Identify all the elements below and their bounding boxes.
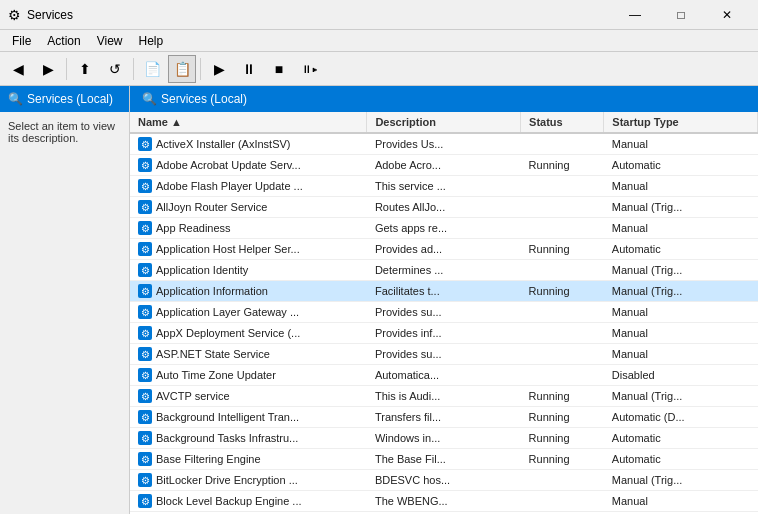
table-row[interactable]: Application Identity Determines ... Manu…: [130, 260, 758, 281]
service-table[interactable]: Name ▲ Description Status Startup Type: [130, 112, 758, 514]
service-status: [521, 470, 604, 491]
service-name: AppX Deployment Service (...: [130, 323, 367, 344]
table-row[interactable]: AVCTP service This is Audi... Running Ma…: [130, 386, 758, 407]
service-startup: Automatic: [604, 155, 758, 176]
service-name: Block Level Backup Engine ...: [130, 491, 367, 512]
toolbar-view1[interactable]: 📄: [138, 55, 166, 83]
service-description: Provides su...: [367, 302, 521, 323]
table-row[interactable]: ASP.NET State Service Provides su... Man…: [130, 344, 758, 365]
service-description: Facilitates t...: [367, 281, 521, 302]
service-icon: [138, 158, 152, 172]
toolbar-start[interactable]: ▶: [205, 55, 233, 83]
toolbar-sep-3: [200, 58, 201, 80]
title-text: Services: [27, 8, 73, 22]
service-icon: [138, 221, 152, 235]
toolbar: ◀ ▶ ⬆ ↺ 📄 📋 ▶ ⏸ ■ ⏸▶: [0, 52, 758, 86]
toolbar-restart[interactable]: ⏸▶: [295, 55, 323, 83]
service-startup: Manual: [604, 344, 758, 365]
table-row[interactable]: AllJoyn Router Service Routes AllJo... M…: [130, 197, 758, 218]
service-name: AllJoyn Router Service: [130, 197, 367, 218]
toolbar-pause[interactable]: ⏸: [235, 55, 263, 83]
service-startup: Manual: [604, 218, 758, 239]
service-description: This service ...: [367, 176, 521, 197]
service-icon: [138, 452, 152, 466]
service-icon: [138, 473, 152, 487]
service-name: Adobe Flash Player Update ...: [130, 176, 367, 197]
menu-view[interactable]: View: [89, 32, 131, 50]
toolbar-stop[interactable]: ■: [265, 55, 293, 83]
service-status: [521, 260, 604, 281]
toolbar-sep-2: [133, 58, 134, 80]
service-icon: [138, 326, 152, 340]
service-name: Auto Time Zone Updater: [130, 365, 367, 386]
close-button[interactable]: ✕: [704, 0, 750, 30]
service-status: Running: [521, 449, 604, 470]
app-icon: ⚙: [8, 7, 21, 23]
service-status: [521, 323, 604, 344]
service-status: Running: [521, 281, 604, 302]
service-status: [521, 197, 604, 218]
service-startup: Manual (Trig...: [604, 386, 758, 407]
toolbar-view2[interactable]: 📋: [168, 55, 196, 83]
service-description: Windows in...: [367, 428, 521, 449]
menu-file[interactable]: File: [4, 32, 39, 50]
service-startup: Automatic: [604, 428, 758, 449]
left-panel-header: 🔍 Services (Local): [0, 86, 129, 112]
table-row[interactable]: Background Intelligent Tran... Transfers…: [130, 407, 758, 428]
service-description: Automatica...: [367, 365, 521, 386]
table-row[interactable]: BitLocker Drive Encryption ... BDESVC ho…: [130, 470, 758, 491]
service-status: [521, 365, 604, 386]
left-panel: 🔍 Services (Local) Select an item to vie…: [0, 86, 130, 514]
service-icon: [138, 305, 152, 319]
service-description: Provides su...: [367, 344, 521, 365]
col-description[interactable]: Description: [367, 112, 521, 133]
toolbar-up[interactable]: ⬆: [71, 55, 99, 83]
service-status: [521, 302, 604, 323]
service-startup: Automatic: [604, 449, 758, 470]
table-row[interactable]: Background Tasks Infrastru... Windows in…: [130, 428, 758, 449]
service-name: ASP.NET State Service: [130, 344, 367, 365]
col-name: Name ▲: [130, 112, 367, 133]
service-startup: Manual (Trig...: [604, 260, 758, 281]
service-description: Determines ...: [367, 260, 521, 281]
toolbar-back[interactable]: ◀: [4, 55, 32, 83]
service-status: Running: [521, 239, 604, 260]
table-row[interactable]: Adobe Flash Player Update ... This servi…: [130, 176, 758, 197]
col-startup[interactable]: Startup Type: [604, 112, 758, 133]
service-status: Running: [521, 407, 604, 428]
service-name: ActiveX Installer (AxInstSV): [130, 133, 367, 155]
table-row[interactable]: Application Host Helper Ser... Provides …: [130, 239, 758, 260]
table-row[interactable]: Application Information Facilitates t...…: [130, 281, 758, 302]
service-description: Gets apps re...: [367, 218, 521, 239]
col-status[interactable]: Status: [521, 112, 604, 133]
service-startup: Automatic: [604, 239, 758, 260]
table-row[interactable]: AppX Deployment Service (... Provides in…: [130, 323, 758, 344]
minimize-button[interactable]: —: [612, 0, 658, 30]
toolbar-refresh[interactable]: ↺: [101, 55, 129, 83]
table-row[interactable]: Adobe Acrobat Update Serv... Adobe Acro.…: [130, 155, 758, 176]
panel-header-text: Services (Local): [27, 92, 113, 106]
table-row[interactable]: Application Layer Gateway ... Provides s…: [130, 302, 758, 323]
service-icon: [138, 200, 152, 214]
service-name: Application Information: [130, 281, 367, 302]
maximize-button[interactable]: □: [658, 0, 704, 30]
service-status: [521, 133, 604, 155]
toolbar-forward[interactable]: ▶: [34, 55, 62, 83]
service-startup: Manual: [604, 133, 758, 155]
table-row[interactable]: Block Level Backup Engine ... The WBENG.…: [130, 491, 758, 512]
menu-help[interactable]: Help: [131, 32, 172, 50]
service-description: The Base Fil...: [367, 449, 521, 470]
panel-description: Select an item to view its description.: [0, 112, 129, 152]
service-icon: [138, 179, 152, 193]
table-row[interactable]: ActiveX Installer (AxInstSV) Provides Us…: [130, 133, 758, 155]
service-description: Routes AllJo...: [367, 197, 521, 218]
service-startup: Disabled: [604, 365, 758, 386]
menu-action[interactable]: Action: [39, 32, 88, 50]
service-icon: [138, 368, 152, 382]
service-name: Application Layer Gateway ...: [130, 302, 367, 323]
service-name: Application Identity: [130, 260, 367, 281]
table-row[interactable]: Auto Time Zone Updater Automatica... Dis…: [130, 365, 758, 386]
table-row[interactable]: App Readiness Gets apps re... Manual: [130, 218, 758, 239]
table-row[interactable]: Base Filtering Engine The Base Fil... Ru…: [130, 449, 758, 470]
services-list: Name ▲ Description Status Startup Type: [130, 112, 758, 514]
